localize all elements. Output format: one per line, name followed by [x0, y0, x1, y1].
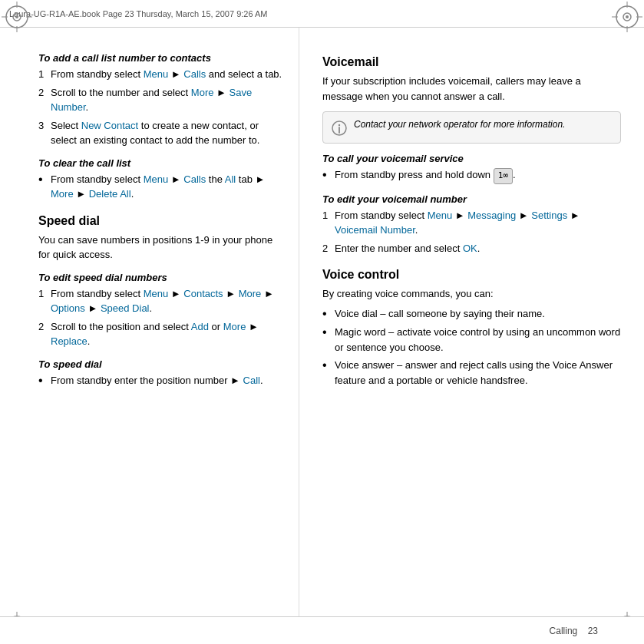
edit-speed-title: To edit speed dial numbers [38, 272, 283, 283]
add-call-step-3-text: Select New Contact to create a new conta… [51, 118, 283, 148]
more-link-4: More [223, 321, 246, 332]
footer-section: Calling [550, 626, 578, 636]
step-num-2: 2 [38, 85, 51, 115]
ok-link: OK [463, 243, 477, 254]
speed-dial-section: To speed dial • From standby enter the p… [38, 358, 283, 389]
speed-dial-sub-title: To speed dial [38, 358, 283, 370]
clear-call-section: To clear the call list • From standby se… [38, 157, 283, 202]
footer-page: 23 [588, 626, 598, 636]
key-1-symbol: 1∞ [494, 168, 513, 184]
tip-box: Contact your network operator for more i… [322, 111, 621, 144]
svg-point-2 [15, 15, 18, 18]
edit-step-num-1: 1 [38, 286, 51, 316]
save-number-link: Save Number [51, 87, 252, 114]
footer-bar: Calling 23 [0, 616, 644, 644]
left-column: To add a call list number to contacts 1 … [0, 28, 299, 616]
contacts-link: Contacts [183, 288, 223, 299]
edit-vm-step-2-text: Enter the number and select OK. [335, 241, 480, 256]
content-area: To add a call list number to contacts 1 … [0, 28, 644, 616]
vm-step-num-2: 2 [322, 241, 335, 256]
magic-word-text: Magic word – activate voice control by u… [335, 325, 621, 355]
call-vm-bullet: • From standby press and hold down 1∞. [322, 167, 621, 184]
voice-control-intro: By creating voice commands, you can: [322, 286, 621, 302]
add-call-step-1: 1 From standby select Menu ► Calls and s… [38, 67, 283, 82]
new-contact-link: New Contact [81, 120, 138, 131]
menu-link-3: Menu [144, 288, 169, 299]
add-call-step-3: 3 Select New Contact to create a new con… [38, 118, 283, 148]
step-num-3: 3 [38, 118, 51, 148]
add-link: Add [191, 321, 209, 332]
edit-speed-step-2: 2 Scroll to the position and select Add … [38, 319, 283, 349]
voice-dial-text: Voice dial – call someone by saying thei… [335, 306, 545, 322]
voice-answer-text: Voice answer – answer and reject calls u… [335, 358, 621, 388]
more-link-2: More [51, 188, 74, 200]
options-link: Options [51, 302, 85, 314]
edit-speed-section: To edit speed dial numbers 1 From standb… [38, 272, 283, 349]
settings-link: Settings [531, 210, 567, 221]
delete-all-link: Delete All [89, 188, 131, 200]
speed-dial-intro: You can save numbers in positions 1-9 in… [38, 233, 283, 263]
edit-speed-step-1-text: From standby select Menu ► Contacts ► Mo… [51, 286, 283, 316]
call-vm-title: To call your voicemail service [322, 153, 621, 164]
add-call-title: To add a call list number to contacts [38, 52, 283, 64]
svg-point-29 [339, 124, 340, 126]
bullet-icon-4: • [322, 306, 335, 322]
bullet-icon-6: • [322, 358, 335, 388]
call-vm-section: To call your voicemail service • From st… [322, 153, 621, 184]
menu-link-4: Menu [428, 210, 453, 221]
voice-answer-bullet: • Voice answer – answer and reject calls… [322, 358, 621, 388]
edit-speed-step-2-text: Scroll to the position and select Add or… [51, 319, 283, 349]
tip-icon [331, 120, 348, 137]
edit-vm-title: To edit your voicemail number [322, 193, 621, 205]
edit-vm-step-1: 1 From standby select Menu ► Messaging ►… [322, 208, 621, 238]
magic-word-bullet: • Magic word – activate voice control by… [322, 325, 621, 355]
vm-step-num-1: 1 [322, 208, 335, 238]
all-tab-link: All [225, 173, 236, 185]
speed-dial-text: From standby enter the position number ►… [51, 373, 263, 389]
speed-dial-link: Speed Dial [101, 302, 150, 314]
calls-link-1: Calls [183, 68, 206, 80]
voice-dial-bullet: • Voice dial – call someone by saying th… [322, 306, 621, 322]
call-link: Call [243, 375, 260, 386]
menu-link-1: Menu [144, 68, 169, 80]
speed-dial-heading: Speed dial [38, 214, 283, 228]
step-num-1: 1 [38, 67, 51, 82]
page-container: Laura-UG-R1A-AE.book Page 23 Thursday, M… [0, 0, 644, 644]
voicemail-number-link: Voicemail Number [335, 224, 415, 236]
add-call-step-1-text: From standby select Menu ► Calls and sel… [51, 67, 282, 82]
more-link-3: More [239, 288, 262, 299]
edit-step-num-2: 2 [38, 319, 51, 349]
messaging-link: Messaging [467, 210, 516, 221]
voicemail-heading: Voicemail [322, 55, 621, 69]
replace-link: Replace [51, 335, 88, 347]
bullet-icon-5: • [322, 325, 335, 355]
svg-point-9 [626, 15, 629, 18]
clear-call-title: To clear the call list [38, 157, 283, 169]
voice-control-heading: Voice control [322, 268, 621, 282]
menu-link-2: Menu [144, 173, 169, 185]
right-column: Voicemail If your subscription includes … [299, 28, 644, 616]
bullet-icon-2: • [38, 373, 51, 389]
edit-speed-step-1: 1 From standby select Menu ► Contacts ► … [38, 286, 283, 316]
add-call-step-2-text: Scroll to the number and select More ► S… [51, 85, 283, 115]
header-text: Laura-UG-R1A-AE.book Page 23 Thursday, M… [9, 9, 268, 18]
voicemail-intro: If your subscription includes voicemail,… [322, 74, 621, 104]
edit-vm-section: To edit your voicemail number 1 From sta… [322, 193, 621, 256]
more-link-1: More [191, 87, 214, 98]
add-call-step-2: 2 Scroll to the number and select More ►… [38, 85, 283, 115]
clear-call-text: From standby select Menu ► Calls the All… [51, 172, 283, 202]
speed-dial-bullet: • From standby enter the position number… [38, 373, 283, 389]
header-bar: Laura-UG-R1A-AE.book Page 23 Thursday, M… [0, 0, 644, 28]
clear-call-bullet: • From standby select Menu ► Calls the A… [38, 172, 283, 202]
edit-vm-step-1-text: From standby select Menu ► Messaging ► S… [335, 208, 621, 238]
tip-text: Contact your network operator for more i… [354, 118, 565, 137]
edit-vm-step-2: 2 Enter the number and select OK. [322, 241, 621, 256]
bullet-icon-3: • [322, 167, 335, 184]
add-call-section: To add a call list number to contacts 1 … [38, 52, 283, 148]
calls-link-2: Calls [183, 173, 206, 185]
bullet-icon-1: • [38, 172, 51, 202]
call-vm-text: From standby press and hold down 1∞. [335, 167, 516, 184]
